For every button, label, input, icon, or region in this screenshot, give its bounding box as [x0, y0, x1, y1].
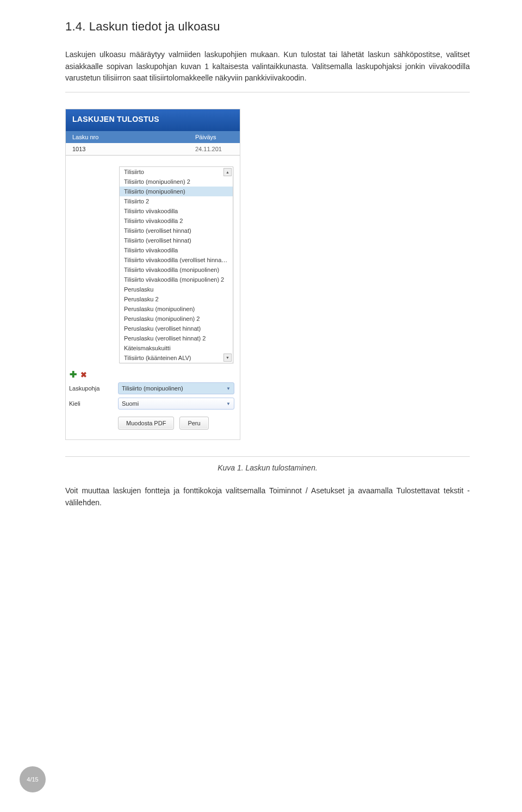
dropdown-option[interactable]: Tilisiirto viivakoodilla 2 [120, 216, 233, 226]
dropdown-option[interactable]: Tilisiirto 2 [120, 196, 233, 206]
button-row: Muodosta PDF Peru [66, 411, 240, 439]
chevron-down-icon: ▼ [226, 401, 231, 406]
select-laskupohja[interactable]: Tilisiirto (monipuolinen) ▼ [118, 382, 234, 394]
cell-lasku-nro: 1013 [72, 146, 195, 152]
table-header: Lasku nro Päiväys [66, 131, 240, 143]
dropdown-option[interactable]: Tilisiirto (monipuolinen) [120, 187, 233, 196]
paragraph-1: Laskujen ulkoasu määräytyy valmiiden las… [65, 49, 470, 84]
figure-wrap: LASKUJEN TULOSTUS Lasku nro Päiväys 1013… [65, 92, 470, 457]
select-kieli[interactable]: Suomi ▼ [118, 398, 234, 410]
dropdown-option[interactable]: Peruslasku (monipuolinen) [120, 304, 233, 314]
dropdown-option[interactable]: Peruslasku 2 [120, 294, 233, 304]
scroll-up-icon[interactable]: ▲ [223, 168, 232, 176]
select-kieli-value: Suomi [122, 400, 139, 407]
screenshot: LASKUJEN TULOSTUS Lasku nro Päiväys 1013… [65, 109, 240, 440]
section-heading: 1.4. Laskun tiedot ja ulkoasu [65, 20, 470, 34]
dropdown-option[interactable]: Tilisiirto (käänteinen ALV) [120, 353, 233, 363]
peru-button[interactable]: Peru [179, 417, 208, 430]
label-laskupohja: Laskupohja [69, 385, 114, 392]
delete-icon[interactable]: ✖ [80, 371, 88, 379]
row-laskupohja: Laskupohja Tilisiirto (monipuolinen) ▼ [66, 381, 240, 396]
page-number-badge: 4/15 [20, 766, 46, 792]
scroll-down-icon[interactable]: ▼ [223, 354, 232, 362]
col-header-paivays: Päiväys [195, 134, 233, 140]
dropdown-option[interactable]: Tilisiirto viivakoodilla (monipuolinen) … [120, 275, 233, 284]
dropdown-option[interactable]: Tilisiirto viivakoodilla (verolliset hin… [120, 255, 233, 265]
dropdown-option[interactable]: Peruslasku [120, 284, 233, 294]
row-kieli: Kieli Suomi ▼ [66, 396, 240, 411]
dropdown-option[interactable]: Tilisiirto (verolliset hinnat) [120, 226, 233, 235]
dropdown-option[interactable]: Tilisiirto viivakoodilla [120, 245, 233, 255]
cell-paivays: 24.11.201 [195, 146, 233, 152]
dropdown-option[interactable]: Peruslasku (verolliset hinnat) 2 [120, 333, 233, 343]
dropdown-option[interactable]: Tilisiirto viivakoodilla (monipuolinen) [120, 265, 233, 275]
icon-row: ✚ ✖ [66, 369, 240, 381]
dropdown-option[interactable]: Tilisiirto [120, 167, 233, 177]
laskupohja-dropdown-list[interactable]: ▲ TilisiirtoTilisiirto (monipuolinen) 2T… [119, 166, 233, 363]
plus-icon[interactable]: ✚ [69, 371, 77, 379]
figure-caption: Kuva 1. Laskun tulostaminen. [65, 463, 470, 472]
dropdown-option[interactable]: Tilisiirto (verolliset hinnat) [120, 235, 233, 245]
chevron-down-icon: ▼ [226, 386, 231, 391]
window-title: LASKUJEN TULOSTUS [66, 109, 240, 131]
muodosta-pdf-button[interactable]: Muodosta PDF [118, 417, 174, 430]
select-laskupohja-value: Tilisiirto (monipuolinen) [122, 385, 183, 392]
label-kieli: Kieli [69, 400, 114, 407]
dropdown-option[interactable]: Tilisiirto viivakoodilla [120, 206, 233, 216]
paragraph-2: Voit muuttaa laskujen fontteja ja fontti… [65, 485, 470, 509]
table-row[interactable]: 1013 24.11.201 [66, 143, 240, 156]
dropdown-option[interactable]: Peruslasku (monipuolinen) 2 [120, 314, 233, 324]
col-header-lasku-nro: Lasku nro [72, 134, 195, 140]
dropdown-option[interactable]: Peruslasku (verolliset hinnat) [120, 324, 233, 333]
dropdown-option[interactable]: Tilisiirto (monipuolinen) 2 [120, 177, 233, 187]
dropdown-option[interactable]: Käteismaksukuitti [120, 343, 233, 353]
